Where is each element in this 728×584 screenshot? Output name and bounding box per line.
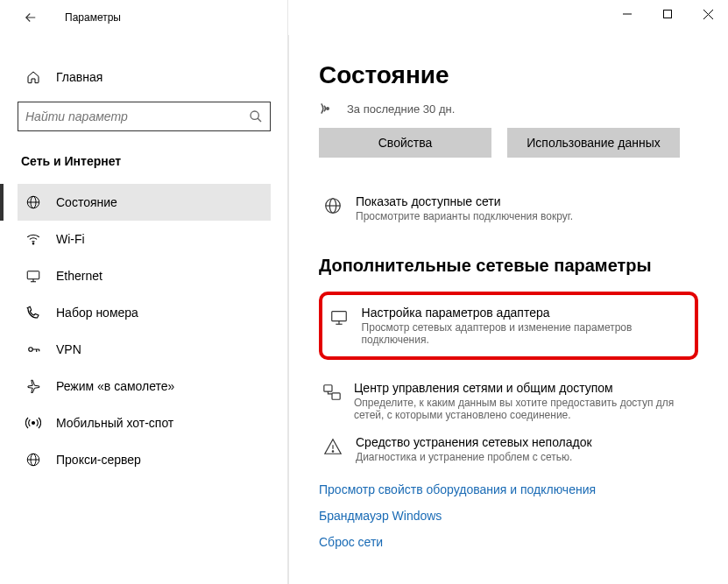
home-link[interactable]: Главная: [18, 63, 271, 91]
advanced-section-title: Дополнительные сетевые параметры: [319, 256, 698, 276]
category-title: Сеть и Интернет: [21, 154, 271, 168]
svg-point-28: [332, 451, 333, 452]
nav-item-wifi[interactable]: Wi-Fi: [18, 221, 271, 257]
button-row: Свойства Использование данных: [319, 128, 698, 158]
hardware-properties-link[interactable]: Просмотр свойств оборудования и подключе…: [319, 482, 698, 496]
nav-item-label: Режим «в самолете»: [56, 379, 174, 393]
nav-item-label: Ethernet: [56, 269, 102, 283]
main-pane: Состояние За последние 30 дн. Свойства И…: [289, 35, 728, 584]
properties-button[interactable]: Свойства: [319, 128, 491, 158]
search-input[interactable]: [25, 109, 249, 123]
window-title: Параметры: [65, 11, 121, 24]
troubleshoot-title: Средство устранения сетевых неполадок: [356, 435, 592, 449]
svg-line-5: [258, 118, 261, 122]
hotspot-icon: [25, 415, 42, 431]
nav-item-airplane[interactable]: Режим «в самолете»: [18, 368, 271, 405]
vpn-icon: [25, 341, 42, 357]
maximize-button[interactable]: [647, 0, 688, 28]
home-icon: [25, 70, 42, 84]
nav-item-hotspot[interactable]: Мобильный хот-спот: [18, 405, 271, 441]
available-networks-desc: Просмотрите варианты подключения вокруг.: [356, 210, 573, 222]
svg-rect-22: [332, 312, 347, 321]
globe-icon: [322, 196, 343, 215]
back-button[interactable]: [18, 4, 44, 31]
nav-item-ethernet[interactable]: Ethernet: [18, 257, 271, 294]
svg-rect-1: [664, 11, 672, 18]
firewall-link[interactable]: Брандмауэр Windows: [319, 509, 698, 523]
nav-list: СостояниеWi-FiEthernetНабор номераVPNРеж…: [18, 184, 271, 478]
minimize-button[interactable]: [607, 0, 647, 28]
troubleshoot-desc: Диагностика и устранение проблем с сетью…: [356, 451, 592, 463]
nav-item-label: Мобильный хот-спот: [56, 416, 173, 430]
signal-icon: [319, 102, 336, 116]
sharing-desc: Определите, к каким данным вы хотите пре…: [354, 397, 695, 421]
period-row: За последние 30 дн.: [319, 102, 698, 116]
svg-point-4: [251, 111, 258, 119]
search-icon: [249, 109, 263, 123]
svg-point-13: [29, 348, 33, 352]
titlebar: Параметры: [0, 0, 728, 35]
svg-point-18: [327, 108, 329, 109]
sharing-center-link[interactable]: Центр управления сетями и общим доступом…: [319, 374, 698, 428]
nav-item-label: Прокси-сервер: [56, 453, 141, 467]
wifi-icon: [25, 231, 42, 247]
dialup-icon: [25, 305, 42, 320]
svg-rect-10: [27, 271, 39, 279]
nav-item-proxy[interactable]: Прокси-сервер: [18, 441, 271, 478]
available-networks-link[interactable]: Показать доступные сети Просмотрите вари…: [319, 187, 698, 229]
nav-item-label: Состояние: [56, 195, 117, 209]
available-networks-title: Показать доступные сети: [356, 194, 573, 208]
sidebar: Главная Сеть и Интернет СостояниеWi-FiEt…: [0, 35, 289, 584]
sharing-title: Центр управления сетями и общим доступом: [354, 381, 695, 395]
adapter-title: Настройка параметров адаптера: [362, 306, 682, 320]
search-box[interactable]: [18, 102, 271, 131]
troubleshoot-icon: [322, 437, 343, 456]
sharing-icon: [322, 383, 342, 402]
svg-rect-25: [324, 385, 332, 391]
data-usage-button[interactable]: Использование данных: [507, 128, 680, 158]
airplane-icon: [25, 378, 42, 394]
svg-point-14: [32, 422, 35, 425]
svg-point-9: [32, 243, 34, 245]
svg-rect-26: [332, 393, 340, 399]
network-reset-link[interactable]: Сброс сети: [319, 535, 698, 549]
nav-item-label: Wi-Fi: [56, 232, 85, 246]
ethernet-icon: [25, 268, 42, 284]
proxy-icon: [25, 452, 42, 468]
adapter-icon: [329, 307, 350, 327]
close-button[interactable]: [688, 0, 728, 28]
nav-item-globe[interactable]: Состояние: [18, 184, 271, 221]
nav-item-label: VPN: [56, 342, 81, 356]
globe-icon: [25, 194, 42, 210]
adapter-desc: Просмотр сетевых адаптеров и изменение п…: [362, 321, 682, 346]
troubleshoot-link[interactable]: Средство устранения сетевых неполадок Ди…: [319, 428, 698, 470]
adapter-highlight: Настройка параметров адаптера Просмотр с…: [319, 292, 698, 360]
nav-item-vpn[interactable]: VPN: [18, 331, 271, 368]
home-label: Главная: [56, 70, 102, 84]
window-controls: [607, 0, 728, 28]
nav-item-dialup[interactable]: Набор номера: [18, 294, 271, 331]
adapter-settings-link[interactable]: Настройка параметров адаптера Просмотр с…: [326, 304, 686, 348]
page-title: Состояние: [319, 61, 698, 89]
period-text: За последние 30 дн.: [347, 102, 455, 116]
nav-item-label: Набор номера: [56, 306, 138, 320]
